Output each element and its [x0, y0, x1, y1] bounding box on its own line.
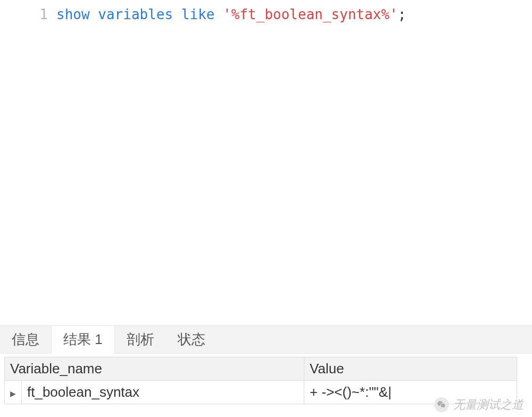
tab-status[interactable]: 状态: [166, 326, 217, 353]
current-row-marker-icon: ▶: [10, 389, 16, 398]
column-header-variable-name[interactable]: Variable_name: [5, 357, 304, 381]
keyword-variables: variables: [98, 6, 173, 22]
string-literal: '%ft_boolean_syntax%': [223, 6, 398, 22]
row-marker-cell: ▶: [5, 381, 22, 404]
line-gutter: 1: [0, 0, 53, 325]
tab-result-1[interactable]: 结果 1: [51, 326, 115, 354]
keyword-like: like: [181, 6, 215, 22]
tab-profile[interactable]: 剖析: [115, 326, 166, 353]
result-grid[interactable]: Variable_name Value ▶ ft_boolean_syntax …: [4, 357, 517, 404]
grid-header-row: Variable_name Value: [5, 357, 517, 381]
line-number: 1: [0, 6, 48, 22]
cell-variable-name[interactable]: ft_boolean_syntax: [22, 381, 304, 404]
results-pane: 信息 结果 1 剖析 状态 Variable_name Value ▶ ft_b…: [0, 325, 532, 417]
tab-info[interactable]: 信息: [0, 326, 51, 353]
semicolon: ;: [398, 6, 406, 22]
result-grid-wrapper: Variable_name Value ▶ ft_boolean_syntax …: [0, 354, 532, 417]
result-tabs: 信息 结果 1 剖析 状态: [0, 326, 532, 354]
column-header-value[interactable]: Value: [304, 357, 517, 381]
keyword-show: show: [56, 6, 90, 22]
table-row[interactable]: ▶ ft_boolean_syntax + -><()~*:""&|: [5, 381, 517, 404]
code-content[interactable]: show variables like '%ft_boolean_syntax%…: [53, 0, 532, 325]
sql-editor[interactable]: 1 show variables like '%ft_boolean_synta…: [0, 0, 532, 325]
cell-value[interactable]: + -><()~*:""&|: [304, 381, 517, 404]
